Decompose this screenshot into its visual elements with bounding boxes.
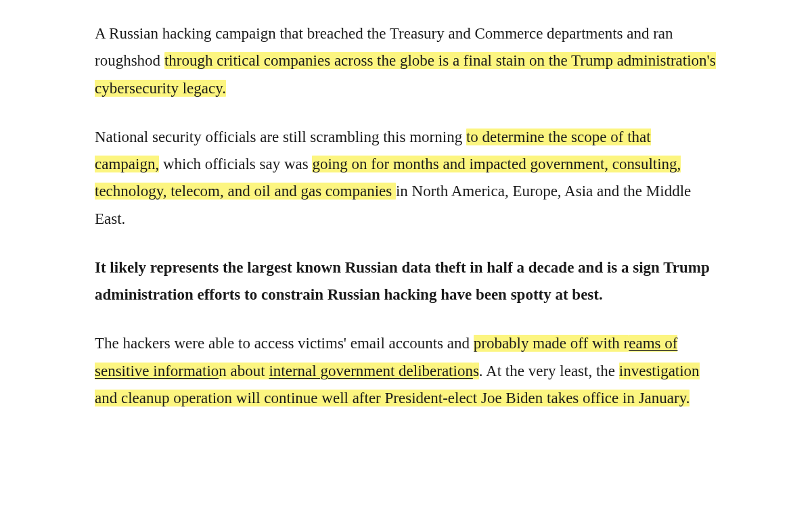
paragraph-1: A Russian hacking campaign that breached…: [95, 20, 717, 102]
paragraph-3-text: It likely represents the largest known R…: [95, 259, 710, 303]
paragraph-4-highlight-b: n about: [219, 363, 269, 379]
paragraph-4-text-a: The hackers were able to access victims'…: [95, 335, 474, 352]
article-container: A Russian hacking campaign that breached…: [0, 0, 812, 461]
paragraph-2-text-b: which officials say was: [159, 156, 312, 172]
paragraph-4-text-b: . At the very least, the: [479, 363, 619, 379]
paragraph-4-highlight-a: probably made off with r: [474, 335, 629, 352]
paragraph-3-period: .: [599, 286, 603, 303]
paragraph-4-link-b[interactable]: internal government deliberation: [269, 363, 472, 379]
paragraph-4-highlight-c: s: [473, 363, 479, 379]
paragraph-4: The hackers were able to access victims'…: [95, 330, 717, 412]
paragraph-2-text-a: National security officials are still sc…: [95, 129, 466, 145]
paragraph-2: National security officials are still sc…: [95, 124, 717, 233]
paragraph-3-bold: It likely represents the largest known R…: [95, 254, 717, 309]
paragraph-1-highlight: through critical companies across the gl…: [95, 52, 716, 96]
